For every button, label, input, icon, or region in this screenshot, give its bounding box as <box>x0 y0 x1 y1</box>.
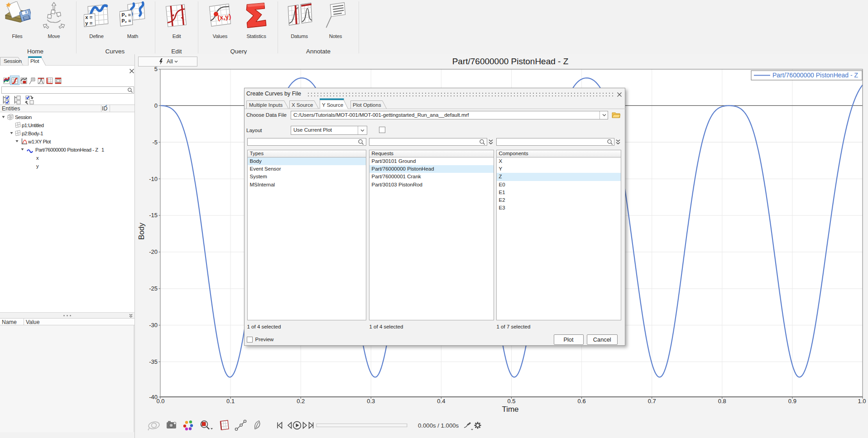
svg-text:p2:Body-1: p2:Body-1 <box>22 131 43 136</box>
svg-text:x: x <box>36 155 39 161</box>
svg-text:0.7: 0.7 <box>648 398 656 405</box>
svg-text:Part/76000000 PistonHead - Z: Part/76000000 PistonHead - Z <box>452 57 569 66</box>
svg-text:y: y <box>36 163 39 169</box>
svg-text:-15: -15 <box>149 212 158 219</box>
svg-text:0: 0 <box>154 102 158 109</box>
svg-text:P₁ =: P₁ = <box>121 12 131 18</box>
svg-text:-25: -25 <box>149 285 158 292</box>
svg-text:-35: -35 <box>149 358 158 365</box>
svg-text:X Source: X Source <box>292 102 313 108</box>
svg-text:Plot Options: Plot Options <box>353 102 381 108</box>
svg-text:0.2: 0.2 <box>297 398 305 405</box>
svg-text:Plot: Plot <box>30 58 39 64</box>
svg-text:Part/76000000 PistonHead - Z: Part/76000000 PistonHead - Z <box>35 147 98 152</box>
svg-text:5: 5 <box>154 66 158 72</box>
svg-text:Y Source: Y Source <box>322 102 343 108</box>
svg-text:0.8: 0.8 <box>718 398 726 405</box>
svg-text:-10: -10 <box>149 176 158 182</box>
svg-text:p1:Untitled: p1:Untitled <box>22 123 44 128</box>
svg-text:Session: Session <box>4 58 22 64</box>
svg-text:1.0: 1.0 <box>858 398 866 405</box>
svg-text:0.5: 0.5 <box>507 398 515 405</box>
svg-text:Session: Session <box>15 114 32 120</box>
svg-text:All: All <box>167 58 173 65</box>
svg-text:-30: -30 <box>149 322 158 328</box>
svg-text:x =: x = <box>85 14 92 20</box>
svg-text:Body: Body <box>137 222 145 239</box>
svg-text:0.9: 0.9 <box>788 398 796 405</box>
svg-text:P₂ =: P₂ = <box>121 18 131 24</box>
svg-text:y =: y = <box>85 20 92 26</box>
svg-text:1: 1 <box>101 147 104 152</box>
svg-text:-20: -20 <box>149 248 158 255</box>
svg-text:Part/76000000 PistonHead - Z: Part/76000000 PistonHead - Z <box>772 71 858 79</box>
svg-text:0.1: 0.1 <box>226 398 235 405</box>
svg-text:w1:XY Plot: w1:XY Plot <box>28 139 51 144</box>
svg-text:0.6: 0.6 <box>578 398 586 405</box>
svg-text:0.3: 0.3 <box>367 398 375 405</box>
svg-text:0.0: 0.0 <box>156 398 164 405</box>
svg-text:0.4: 0.4 <box>437 398 445 405</box>
svg-text:Time: Time <box>502 405 518 414</box>
svg-text:Multiple Inputs: Multiple Inputs <box>249 102 283 108</box>
svg-text:-5: -5 <box>152 139 158 146</box>
